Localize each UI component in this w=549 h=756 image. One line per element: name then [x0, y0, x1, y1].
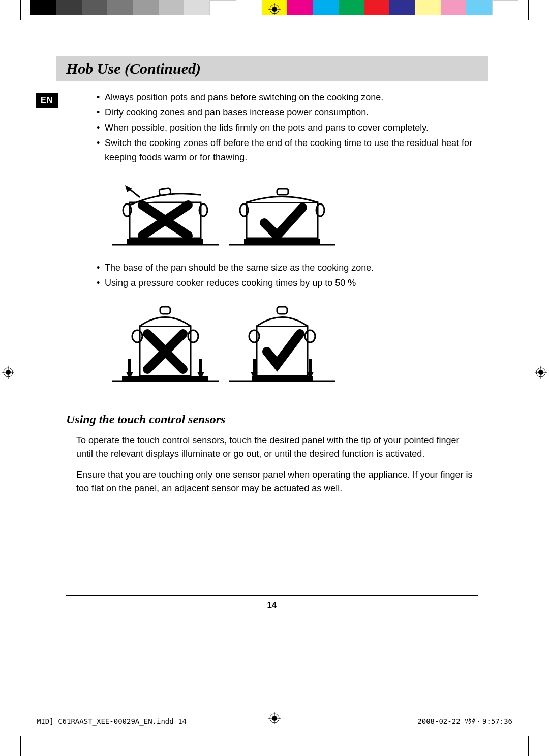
- list-item: Always position pots and pans before swi…: [97, 91, 478, 105]
- list-item: Using a pressure cooker reduces cooking …: [97, 276, 478, 290]
- svg-rect-17: [127, 239, 203, 245]
- svg-rect-21: [159, 188, 171, 196]
- diagram-cooker-correct-icon: [229, 301, 336, 387]
- svg-rect-24: [244, 239, 320, 245]
- footer-rule: [66, 595, 478, 596]
- bullets-mid: The base of the pan should be the same s…: [76, 261, 478, 290]
- print-footer: MID] C61RAAST_XEE-00029A_EN.indd 14 2008…: [37, 717, 512, 725]
- list-item: When possible, position the lids firmly …: [97, 121, 478, 135]
- bullets-top: Always position pots and pans before swi…: [76, 91, 478, 164]
- footer-timestamp: 2008-02-22 ｿﾀﾀ・9:57:36: [417, 717, 512, 725]
- crop-mark: [528, 736, 529, 756]
- paragraph: To operate the touch control sensors, to…: [76, 433, 478, 461]
- crop-mark: [20, 0, 21, 20]
- diagram-cooker-wrong-icon: [112, 301, 219, 387]
- crop-mark: [20, 736, 21, 756]
- registration-mark-icon: [2, 366, 14, 379]
- diagram-cooker: [112, 301, 508, 387]
- svg-rect-28: [277, 189, 288, 195]
- registration-mark-icon: [535, 366, 547, 379]
- diagram-pot-correct-icon: [229, 175, 336, 251]
- section-title: Hob Use (Continued): [56, 56, 488, 81]
- language-badge: EN: [36, 93, 58, 108]
- diagram-pot-wrong-icon: [112, 175, 219, 251]
- paragraph: Ensure that you are touching only one se…: [76, 468, 478, 496]
- subheading: Using the touch control sensors: [66, 413, 488, 426]
- list-item: Switch the cooking zones off before the …: [97, 136, 478, 165]
- svg-rect-34: [160, 307, 170, 314]
- page-number: 14: [36, 600, 508, 610]
- diagram-lids: [112, 175, 508, 251]
- footer-filename: MID] C61RAAST_XEE-00029A_EN.indd 14: [37, 717, 187, 725]
- crop-mark: [528, 0, 529, 20]
- list-item: Dirty cooking zones and pan bases increa…: [97, 106, 478, 120]
- svg-rect-44: [277, 307, 287, 314]
- registration-mark-icon: [268, 3, 281, 15]
- page-content: Hob Use (Continued) EN Always position p…: [36, 56, 508, 503]
- list-item: The base of the pan should be the same s…: [97, 261, 478, 275]
